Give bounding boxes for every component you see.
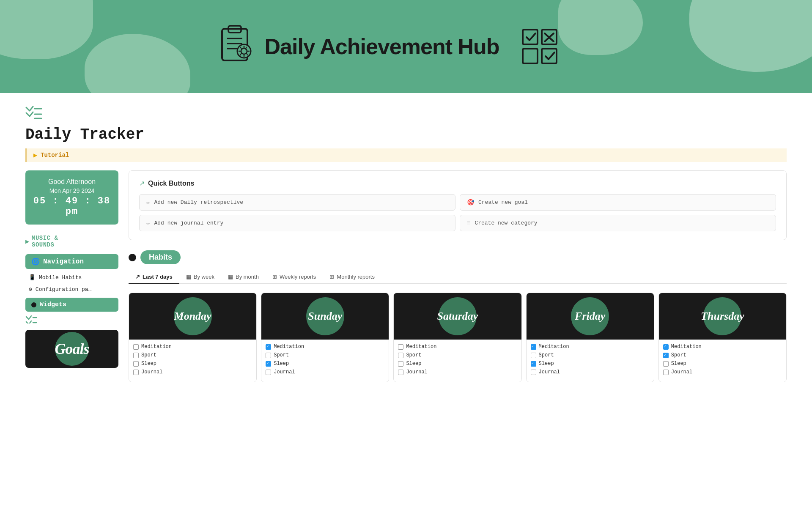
habit-row[interactable]: Journal <box>266 369 384 375</box>
habit-row[interactable]: Meditation <box>531 344 650 350</box>
widget-tasks-icon[interactable] <box>25 315 118 326</box>
mobile-habits-item[interactable]: 📱 Mobile Habits <box>25 272 118 282</box>
day-card-sunday: SundayMeditationSportSleepJournal <box>261 293 389 382</box>
navigation-label: Navigation <box>43 258 84 266</box>
music-collapsible[interactable]: ▶ MUSIC &SOUNDS <box>25 233 118 250</box>
habit-row[interactable]: Sleep <box>531 361 650 367</box>
tab-by-week[interactable]: ▦ By week <box>179 270 221 284</box>
tab-monthly-icon: ⊞ <box>329 274 334 280</box>
habit-label: Meditation <box>406 344 436 350</box>
config-page-item[interactable]: ⚙️ Configuration pa… <box>25 284 118 294</box>
clock-date: Mon Apr 29 2024 <box>32 187 112 194</box>
page-title: Daily Tracker <box>25 126 787 143</box>
habit-row[interactable]: Journal <box>398 369 517 375</box>
habit-checkbox[interactable] <box>266 353 271 358</box>
habit-label: Sleep <box>539 361 554 367</box>
habit-label: Sport <box>406 352 421 358</box>
habit-checkbox[interactable] <box>398 353 403 358</box>
habit-label: Meditation <box>141 344 172 350</box>
tab-by-month[interactable]: ▦ By month <box>221 270 266 284</box>
habit-checkbox[interactable] <box>398 344 403 350</box>
habit-row[interactable]: Sleep <box>266 361 384 367</box>
navigation-item[interactable]: 🌀 Navigation <box>25 254 118 269</box>
habit-checkbox[interactable] <box>531 370 536 375</box>
header-clipboard-icon <box>214 22 256 71</box>
habit-checkbox[interactable] <box>266 370 271 375</box>
habit-row[interactable]: Meditation <box>398 344 517 350</box>
day-name-sunday: Sunday <box>308 310 342 323</box>
goal-icon: 🎯 <box>467 199 474 206</box>
grid-checkbox-svg <box>521 27 559 66</box>
habit-checkbox[interactable] <box>663 370 669 375</box>
days-grid: MondayMeditationSportSleepJournalSundayM… <box>129 293 787 382</box>
habit-row[interactable]: Sleep <box>398 361 517 367</box>
habit-checkbox[interactable] <box>398 361 403 367</box>
habit-checkbox[interactable] <box>266 344 271 350</box>
habit-label: Meditation <box>539 344 569 350</box>
widgets-label: Widgets <box>40 301 66 308</box>
habits-title: Habits <box>140 250 181 264</box>
tutorial-bar[interactable]: ▶ Tutorial <box>25 148 787 162</box>
clock-greeting: Good Afternoon <box>32 178 112 186</box>
mobile-habits-label: Mobile Habits <box>39 274 82 281</box>
habit-checkbox[interactable] <box>663 344 669 350</box>
create-category-button[interactable]: ≡ Create new category <box>460 215 776 231</box>
tab-month-label: By month <box>236 274 259 280</box>
habit-checkbox[interactable] <box>266 361 271 367</box>
habit-label: Sleep <box>274 361 289 367</box>
add-journal-button[interactable]: ✏️ Add new journal entry <box>139 215 455 231</box>
habit-row[interactable]: Journal <box>663 369 782 375</box>
habit-row[interactable]: Sport <box>398 352 517 358</box>
habit-row[interactable]: Sport <box>266 352 384 358</box>
habit-row[interactable]: Meditation <box>266 344 384 350</box>
habit-checkbox[interactable] <box>133 344 139 350</box>
habit-checkbox[interactable] <box>531 353 536 358</box>
habit-checkbox[interactable] <box>663 361 669 367</box>
day-body-thursday: MeditationSportSleepJournal <box>659 340 786 382</box>
tab-weekly-reports[interactable]: ⊞ Weekly reports <box>266 270 323 284</box>
habit-checkbox[interactable] <box>133 370 139 375</box>
habit-checkbox[interactable] <box>398 370 403 375</box>
day-header-monday: Monday <box>129 293 256 340</box>
goals-thumbnail[interactable]: Goals <box>25 330 118 368</box>
day-circle-2: Saturday <box>439 297 477 335</box>
tab-last-7-days[interactable]: ↗ Last 7 days <box>129 270 179 284</box>
tab-last7-icon: ↗ <box>135 274 140 280</box>
habit-row[interactable]: Journal <box>531 369 650 375</box>
blob-decoration-1 <box>0 0 93 59</box>
day-body-monday: MeditationSportSleepJournal <box>129 340 256 382</box>
habit-row[interactable]: Sleep <box>663 361 782 367</box>
add-retrospective-button[interactable]: ✏️ Add new Daily retrospective <box>139 194 455 211</box>
habit-row[interactable]: Sport <box>663 352 782 358</box>
clipboard-svg <box>214 22 256 65</box>
habit-checkbox[interactable] <box>663 353 669 358</box>
habit-row[interactable]: Meditation <box>663 344 782 350</box>
habit-row[interactable]: Sleep <box>133 361 252 367</box>
habit-label: Journal <box>539 369 560 375</box>
habit-checkbox[interactable] <box>531 361 536 367</box>
tab-month-icon: ▦ <box>228 274 233 280</box>
habit-row[interactable]: Meditation <box>133 344 252 350</box>
goals-thumb-text: Goals <box>55 340 89 358</box>
habit-row[interactable]: Journal <box>133 369 252 375</box>
day-header-sunday: Sunday <box>261 293 389 340</box>
widgets-item[interactable]: Widgets <box>25 298 118 312</box>
day-circle-3: Friday <box>571 297 609 335</box>
day-card-thursday: ThursdayMeditationSportSleepJournal <box>658 293 787 382</box>
habit-label: Sport <box>671 352 686 358</box>
habits-header: Habits <box>129 250 787 264</box>
habit-checkbox[interactable] <box>531 344 536 350</box>
header-banner: Daily Achievement Hub <box>0 0 812 93</box>
habit-checkbox[interactable] <box>133 361 139 367</box>
habit-row[interactable]: Sport <box>531 352 650 358</box>
day-header-thursday: Thursday <box>659 293 786 340</box>
habit-label: Journal <box>274 369 295 375</box>
habit-label: Meditation <box>671 344 702 350</box>
habit-checkbox[interactable] <box>133 353 139 358</box>
tab-monthly-reports[interactable]: ⊞ Monthly reports <box>323 270 381 284</box>
day-body-sunday: MeditationSportSleepJournal <box>261 340 389 382</box>
habit-row[interactable]: Sport <box>133 352 252 358</box>
day-name-saturday: Saturday <box>437 310 478 323</box>
retro-icon: ✏️ <box>146 199 150 206</box>
create-goal-button[interactable]: 🎯 Create new goal <box>460 194 776 211</box>
